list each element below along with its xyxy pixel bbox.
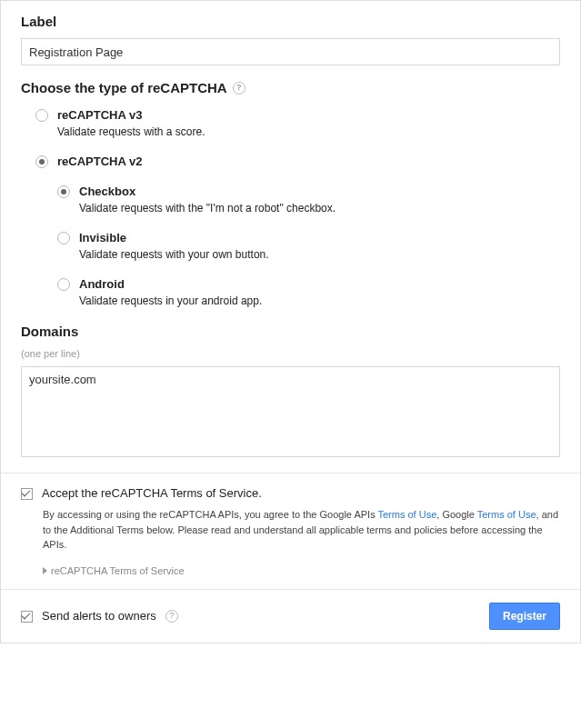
radio-icon (57, 185, 70, 198)
radio-desc: Validate requests in your android app. (79, 294, 560, 307)
terms-section: Accept the reCAPTCHA Terms of Service. B… (1, 473, 580, 589)
register-button[interactable]: Register (489, 603, 560, 630)
domains-textarea[interactable] (21, 366, 560, 457)
radio-group-type: reCAPTCHA v3 Validate requests with a sc… (35, 108, 560, 168)
radio-label: Android (79, 277, 125, 291)
terms-link-1[interactable]: Terms of Use (378, 509, 437, 520)
radio-label: Checkbox (79, 184, 135, 198)
radio-label: reCAPTCHA v3 (57, 108, 142, 122)
radio-icon (35, 155, 48, 168)
chevron-right-icon (43, 567, 47, 574)
radio-group-subtype: Checkbox Validate requests with the "I'm… (57, 184, 560, 307)
radio-option-v3[interactable]: reCAPTCHA v3 Validate requests with a sc… (35, 108, 560, 138)
help-icon[interactable]: ? (233, 82, 245, 95)
footer-section: Send alerts to owners ? Register (1, 589, 580, 643)
accept-terms-label: Accept the reCAPTCHA Terms of Service. (42, 486, 262, 500)
radio-option-checkbox[interactable]: Checkbox Validate requests with the "I'm… (57, 184, 560, 214)
terms-link-2[interactable]: Terms of Use (477, 509, 536, 520)
radio-label: Invisible (79, 231, 126, 244)
radio-icon (57, 232, 70, 244)
label-section: Label Choose the type of reCAPTCHA ? reC… (1, 1, 580, 473)
radio-option-android[interactable]: Android Validate requests in your androi… (57, 277, 560, 307)
radio-desc: Validate requests with your own button. (79, 248, 560, 261)
radio-icon (57, 278, 70, 291)
label-heading: Label (21, 14, 560, 29)
radio-option-v2[interactable]: reCAPTCHA v2 (35, 155, 560, 168)
domains-heading: Domains (21, 324, 560, 339)
checkbox-icon (21, 611, 33, 623)
type-heading: Choose the type of reCAPTCHA ? (21, 80, 560, 95)
radio-label: reCAPTCHA v2 (57, 155, 142, 168)
radio-option-invisible[interactable]: Invisible Validate requests with your ow… (57, 231, 560, 261)
accept-terms-row[interactable]: Accept the reCAPTCHA Terms of Service. (21, 486, 560, 500)
form-panel: Label Choose the type of reCAPTCHA ? reC… (0, 0, 581, 643)
domains-hint: (one per line) (21, 348, 560, 359)
alerts-row[interactable]: Send alerts to owners ? (21, 609, 178, 623)
terms-expand[interactable]: reCAPTCHA Terms of Service (43, 565, 560, 576)
radio-desc: Validate requests with the "I'm not a ro… (79, 202, 560, 214)
alerts-label: Send alerts to owners (42, 609, 156, 623)
checkbox-icon (21, 488, 33, 500)
terms-text: By accessing or using the reCAPTCHA APIs… (43, 507, 560, 553)
help-icon[interactable]: ? (165, 610, 178, 623)
radio-desc: Validate requests with a score. (57, 125, 560, 138)
radio-icon (35, 109, 48, 122)
label-input[interactable] (21, 38, 560, 65)
